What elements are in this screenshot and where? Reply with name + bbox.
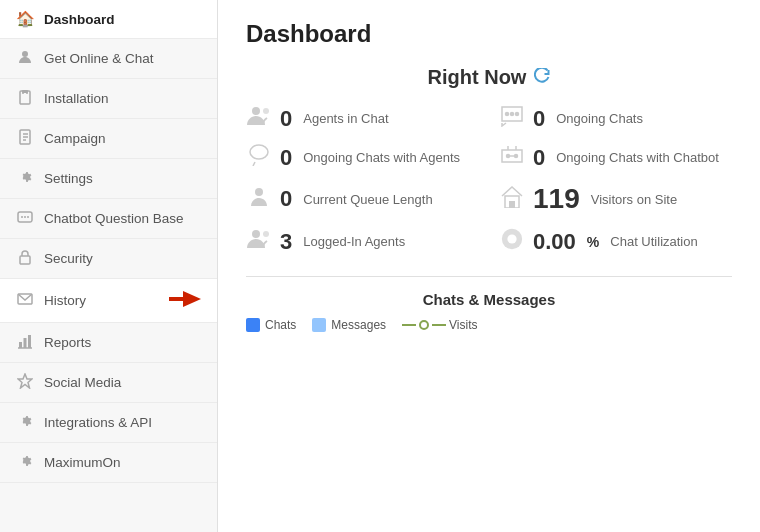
sidebar-item-get-online-chat[interactable]: Get Online & Chat bbox=[0, 39, 217, 79]
sidebar-item-reports[interactable]: Reports bbox=[0, 323, 217, 363]
stat-visitors-on-site: 119 Visitors on Site bbox=[499, 183, 732, 215]
visits-legend-dash bbox=[402, 324, 416, 326]
svg-point-10 bbox=[21, 216, 23, 218]
logged-in-agents-value: 3 bbox=[280, 229, 292, 255]
sidebar-item-installation[interactable]: Installation bbox=[0, 79, 217, 119]
legend-messages: Messages bbox=[312, 318, 386, 332]
sidebar-item-label: Integrations & API bbox=[44, 415, 201, 430]
logged-in-agents-label: Logged-In Agents bbox=[303, 234, 405, 249]
svg-point-24 bbox=[511, 113, 514, 116]
sidebar-item-dashboard[interactable]: 🏠 Dashboard bbox=[0, 0, 217, 39]
ongoing-chats-chatbot-label: Ongoing Chats with Chatbot bbox=[556, 150, 719, 165]
svg-point-36 bbox=[507, 234, 516, 243]
sidebar-item-label: Chatbot Question Base bbox=[44, 211, 201, 226]
svg-marker-15 bbox=[169, 291, 201, 307]
chatbot-icon bbox=[16, 209, 34, 228]
svg-point-34 bbox=[263, 231, 269, 237]
pie-chart-icon bbox=[499, 227, 525, 256]
visits-legend-circle bbox=[419, 320, 429, 330]
svg-rect-19 bbox=[28, 335, 31, 348]
chat-bubble-icon bbox=[246, 144, 272, 171]
sidebar-item-maximumon[interactable]: MaximumOn bbox=[0, 443, 217, 483]
sidebar-item-label: MaximumOn bbox=[44, 455, 201, 470]
mail-icon bbox=[16, 291, 34, 310]
sidebar-item-label: Dashboard bbox=[44, 12, 201, 27]
lock-icon bbox=[16, 249, 34, 268]
chat-utilization-value: 0.00 bbox=[533, 229, 576, 255]
sidebar-item-campaign[interactable]: Campaign bbox=[0, 119, 217, 159]
sidebar-item-label: Installation bbox=[44, 91, 201, 106]
home-icon: 🏠 bbox=[16, 10, 34, 28]
sidebar: 🏠 Dashboard Get Online & Chat Installati… bbox=[0, 0, 218, 532]
chart-icon bbox=[16, 333, 34, 352]
svg-point-21 bbox=[252, 107, 260, 115]
svg-point-26 bbox=[250, 145, 268, 159]
sidebar-item-label: Settings bbox=[44, 171, 201, 186]
current-queue-value: 0 bbox=[280, 186, 292, 212]
refresh-icon[interactable] bbox=[534, 68, 550, 88]
ongoing-chats-label: Ongoing Chats bbox=[556, 111, 643, 126]
svg-point-11 bbox=[24, 216, 26, 218]
svg-point-25 bbox=[516, 113, 519, 116]
arrow-indicator bbox=[169, 289, 201, 312]
sidebar-item-chatbot-question-base[interactable]: Chatbot Question Base bbox=[0, 199, 217, 239]
queue-icon bbox=[246, 186, 272, 213]
chats-legend-box bbox=[246, 318, 260, 332]
chats-messages-title: Chats & Messages bbox=[246, 276, 732, 308]
integration-icon bbox=[16, 413, 34, 432]
right-now-section: Right Now 0 Agents in Chat 0 Ongoing Cha bbox=[246, 66, 732, 332]
agents-in-chat-label: Agents in Chat bbox=[303, 111, 388, 126]
document-icon bbox=[16, 129, 34, 148]
svg-point-22 bbox=[263, 108, 269, 114]
person-icon bbox=[16, 49, 34, 68]
sidebar-item-label: Campaign bbox=[44, 131, 201, 146]
right-now-header: Right Now bbox=[246, 66, 732, 89]
sidebar-item-settings[interactable]: Settings bbox=[0, 159, 217, 199]
visits-legend-dash2 bbox=[432, 324, 446, 326]
sidebar-item-social-media[interactable]: Social Media bbox=[0, 363, 217, 403]
svg-point-12 bbox=[27, 216, 29, 218]
house-icon bbox=[499, 186, 525, 213]
stat-ongoing-chats-agents: 0 Ongoing Chats with Agents bbox=[246, 144, 479, 171]
chatbot-stat-icon bbox=[499, 144, 525, 171]
svg-point-30 bbox=[255, 188, 263, 196]
chats-legend-label: Chats bbox=[265, 318, 296, 332]
svg-point-0 bbox=[22, 51, 28, 57]
clipboard-icon bbox=[16, 89, 34, 108]
current-queue-label: Current Queue Length bbox=[303, 192, 432, 207]
sidebar-item-integrations-api[interactable]: Integrations & API bbox=[0, 403, 217, 443]
page-title: Dashboard bbox=[246, 20, 732, 48]
stat-logged-in-agents: 3 Logged-In Agents bbox=[246, 227, 479, 256]
visitors-on-site-value: 119 bbox=[533, 183, 580, 215]
stat-ongoing-chats: 0 Ongoing Chats bbox=[499, 105, 732, 132]
ongoing-chats-value: 0 bbox=[533, 106, 545, 132]
sidebar-item-label: Security bbox=[44, 251, 201, 266]
agents-in-chat-value: 0 bbox=[280, 106, 292, 132]
svg-rect-4 bbox=[22, 90, 28, 93]
sidebar-item-history[interactable]: History bbox=[0, 279, 217, 323]
sidebar-item-security[interactable]: Security bbox=[0, 239, 217, 279]
star-icon bbox=[16, 373, 34, 392]
sidebar-item-label: Get Online & Chat bbox=[44, 51, 201, 66]
visits-legend-label: Visits bbox=[449, 318, 477, 332]
stat-chat-utilization: 0.00 % Chat Utilization bbox=[499, 227, 732, 256]
chat-utilization-label: Chat Utilization bbox=[610, 234, 697, 249]
sidebar-item-label: Reports bbox=[44, 335, 201, 350]
ongoing-chats-agents-value: 0 bbox=[280, 145, 292, 171]
svg-point-28 bbox=[515, 155, 518, 158]
stats-grid: 0 Agents in Chat 0 Ongoing Chats 0 Ongoi… bbox=[246, 105, 732, 256]
svg-rect-32 bbox=[509, 201, 515, 208]
chat-utilization-suffix: % bbox=[587, 234, 599, 250]
chat-icon bbox=[499, 105, 525, 132]
stat-ongoing-chats-chatbot: 0 Ongoing Chats with Chatbot bbox=[499, 144, 732, 171]
logged-in-agents-icon bbox=[246, 228, 272, 255]
svg-rect-17 bbox=[19, 342, 22, 348]
gear-icon bbox=[16, 169, 34, 188]
messages-legend-label: Messages bbox=[331, 318, 386, 332]
main-content: Dashboard Right Now 0 Agents in Chat bbox=[218, 0, 760, 532]
stat-agents-in-chat: 0 Agents in Chat bbox=[246, 105, 479, 132]
svg-point-23 bbox=[506, 113, 509, 116]
agents-icon bbox=[246, 105, 272, 132]
ongoing-chats-agents-label: Ongoing Chats with Agents bbox=[303, 150, 460, 165]
svg-rect-18 bbox=[24, 338, 27, 348]
